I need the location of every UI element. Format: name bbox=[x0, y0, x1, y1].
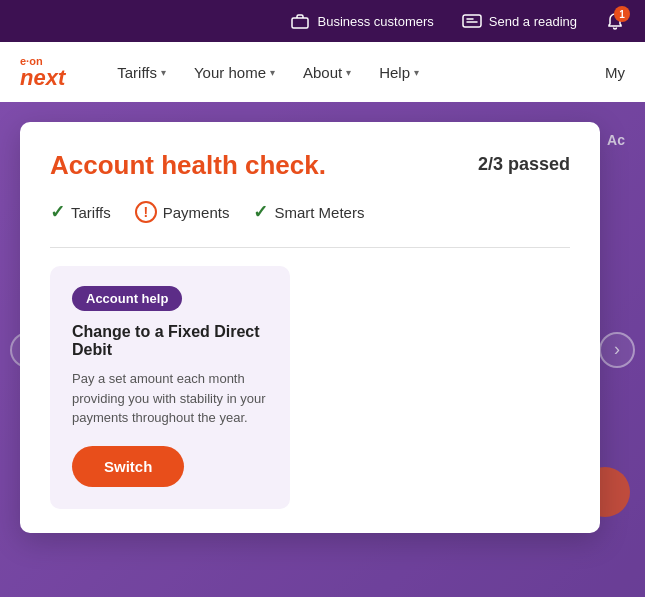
suggestion-card: Account help Change to a Fixed Direct De… bbox=[50, 266, 290, 509]
main-navigation: e·on next Tariffs ▾ Your home ▾ About ▾ … bbox=[0, 42, 645, 102]
health-check-items: ✓ Tariffs ! Payments ✓ Smart Meters bbox=[50, 201, 570, 223]
nav-menu: Tariffs ▾ Your home ▾ About ▾ Help ▾ bbox=[105, 56, 605, 89]
meter-icon bbox=[462, 11, 482, 31]
suggestion-tag: Account help bbox=[72, 286, 182, 311]
check-payments-label: Payments bbox=[163, 204, 230, 221]
check-smart-meters: ✓ Smart Meters bbox=[253, 201, 364, 223]
health-check-title: Account health check. bbox=[50, 150, 326, 181]
suggestion-description: Pay a set amount each month providing yo… bbox=[72, 369, 268, 428]
nav-help[interactable]: Help ▾ bbox=[367, 56, 431, 89]
health-check-header: Account health check. 2/3 passed bbox=[50, 150, 570, 181]
health-check-card: Account health check. 2/3 passed ✓ Tarif… bbox=[20, 122, 600, 533]
nav-about[interactable]: About ▾ bbox=[291, 56, 363, 89]
business-customers-label: Business customers bbox=[317, 14, 433, 29]
bell-icon: 1 bbox=[605, 11, 625, 31]
eon-next-logo[interactable]: e·on next bbox=[20, 56, 65, 89]
health-check-score: 2/3 passed bbox=[478, 154, 570, 175]
card-divider bbox=[50, 247, 570, 248]
check-smart-meters-pass-icon: ✓ bbox=[253, 201, 268, 223]
tariffs-chevron-icon: ▾ bbox=[161, 67, 166, 78]
check-tariffs-pass-icon: ✓ bbox=[50, 201, 65, 223]
business-customers-link[interactable]: Business customers bbox=[290, 11, 433, 31]
top-utility-bar: Business customers Send a reading 1 bbox=[0, 0, 645, 42]
your-home-label: Your home bbox=[194, 64, 266, 81]
about-label: About bbox=[303, 64, 342, 81]
check-tariffs: ✓ Tariffs bbox=[50, 201, 111, 223]
svg-rect-1 bbox=[463, 15, 481, 27]
send-reading-label: Send a reading bbox=[489, 14, 577, 29]
about-chevron-icon: ▾ bbox=[346, 67, 351, 78]
notification-count: 1 bbox=[614, 6, 630, 22]
check-smart-meters-label: Smart Meters bbox=[274, 204, 364, 221]
send-reading-link[interactable]: Send a reading bbox=[462, 11, 577, 31]
modal-overlay: Account health check. 2/3 passed ✓ Tarif… bbox=[0, 102, 645, 597]
check-payments-warning-icon: ! bbox=[135, 201, 157, 223]
tariffs-label: Tariffs bbox=[117, 64, 157, 81]
nav-my-account[interactable]: My bbox=[605, 64, 625, 81]
help-chevron-icon: ▾ bbox=[414, 67, 419, 78]
briefcase-icon bbox=[290, 11, 310, 31]
notifications-bell[interactable]: 1 bbox=[605, 11, 625, 31]
help-label: Help bbox=[379, 64, 410, 81]
switch-button[interactable]: Switch bbox=[72, 446, 184, 487]
nav-tariffs[interactable]: Tariffs ▾ bbox=[105, 56, 178, 89]
suggestion-title: Change to a Fixed Direct Debit bbox=[72, 323, 268, 359]
check-tariffs-label: Tariffs bbox=[71, 204, 111, 221]
nav-your-home[interactable]: Your home ▾ bbox=[182, 56, 287, 89]
svg-rect-0 bbox=[292, 18, 308, 28]
check-payments: ! Payments bbox=[135, 201, 230, 223]
your-home-chevron-icon: ▾ bbox=[270, 67, 275, 78]
logo-next-text: next bbox=[20, 67, 65, 89]
my-label: My bbox=[605, 64, 625, 81]
